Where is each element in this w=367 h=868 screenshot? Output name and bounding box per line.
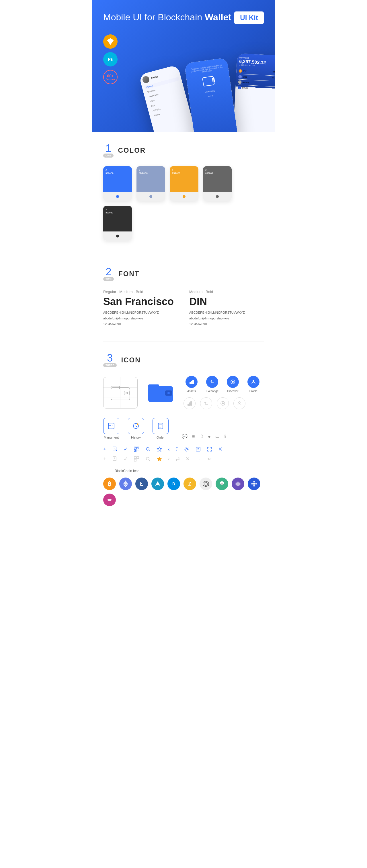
order-icon-item: Order — [152, 418, 169, 439]
hero-badges: Ps 60+ Screens — [103, 34, 117, 84]
font-right-numbers: 1234567890 — [189, 321, 264, 327]
info-icon: ℹ — [224, 434, 226, 439]
nav-icons-group: Assets Exchange Discover — [184, 376, 261, 409]
ethereum-icon — [119, 477, 132, 490]
wallet-filled — [143, 377, 178, 408]
sketch-badge — [103, 34, 117, 49]
bitcoin-icon: ₿ — [103, 477, 116, 490]
misc-icons: 💬 ≡ ☽ ● ▭ ℹ — [182, 434, 226, 439]
order-label: Order — [157, 436, 165, 439]
discover-label: Discover — [227, 390, 238, 393]
search-icon — [145, 446, 151, 452]
misc-icons-row1: 💬 ≡ ☽ ● ▭ ℹ — [182, 434, 226, 439]
svg-point-64 — [253, 485, 255, 487]
profile-label: Profile — [250, 390, 257, 393]
nav-icons-gray — [184, 397, 261, 409]
svg-rect-9 — [191, 381, 192, 384]
chat-icon: 💬 — [182, 434, 188, 439]
icon-title: ICON — [121, 356, 141, 364]
history-icon-item: History — [128, 418, 144, 439]
app-icons-row: Mangment History — [103, 418, 264, 439]
color-number: 1 ONE — [103, 143, 114, 158]
icon-number: 3 THREE — [103, 353, 117, 367]
wallet-icon-row: Assets Exchange Discover — [103, 376, 264, 409]
circle-icon: ● — [208, 434, 211, 439]
arrow-right-icon-gray: → — [196, 456, 201, 462]
steem-icon — [216, 477, 228, 490]
exchange-label: Exchange — [206, 390, 219, 393]
font-section-header: 2 TWO FONT — [103, 267, 264, 281]
arrows-icon-gray: ⇄ — [175, 456, 180, 462]
profile-icon-gray — [233, 397, 246, 409]
font-title: FONT — [118, 270, 139, 278]
svg-line-42 — [149, 450, 150, 451]
history-icon — [128, 418, 144, 434]
history-label: History — [131, 436, 141, 439]
svg-point-18 — [222, 402, 224, 404]
svg-rect-37 — [137, 447, 138, 448]
phone-right: myWallet 6,297,502.12 ▲ 123,456 +0.21% ₿… — [233, 53, 275, 132]
exchange-icon-item: Exchange — [204, 376, 220, 393]
layers-icon: ≡ — [192, 434, 195, 439]
svg-point-44 — [186, 448, 188, 450]
font-left-name: San Francisco — [103, 296, 178, 308]
font-left: Regular · Medium · Bold San Francisco AB… — [103, 290, 178, 327]
utility-icons-gray: + ✓ ‹ ⇄ ✕ → — [103, 456, 264, 462]
wallet-wireframe — [103, 377, 138, 408]
plus-icon: + — [103, 446, 106, 452]
svg-marker-55 — [157, 457, 162, 461]
svg-rect-38 — [135, 450, 136, 451]
search-icon-gray — [145, 456, 151, 462]
exchange-icon-gray — [200, 397, 212, 409]
icon-section: 3 THREE ICON — [103, 353, 264, 506]
font-right-style: Medium · Bold — [189, 290, 264, 294]
unknown-icon — [103, 494, 116, 506]
swatch-grayblue: #8DA0C8 — [137, 166, 165, 201]
crypto-icons-row: ₿ Ł D Z — [103, 477, 264, 506]
svg-rect-50 — [134, 457, 136, 459]
check-icon: ✓ — [123, 446, 128, 452]
qr-icon-gray — [134, 456, 139, 462]
assets-icon-item: Assets — [184, 376, 200, 393]
upload-icon — [195, 446, 201, 452]
swatch-gray: #666666 — [203, 166, 232, 201]
blockchain-label-text: BlockChain Icon — [115, 469, 140, 473]
color-swatches: #3574FA #8DA0C8 #F5A623 — [103, 166, 264, 241]
augur-icon — [232, 477, 244, 490]
phones-container: Profile Mainnet Message Real Collec Nigh… — [146, 55, 275, 132]
svg-point-66 — [255, 483, 257, 485]
x-icon-gray: ✕ — [186, 456, 190, 462]
svg-point-53 — [146, 457, 149, 460]
star-icon-active — [157, 456, 162, 462]
svg-line-54 — [149, 460, 150, 461]
star-icon — [157, 446, 162, 452]
assets-label: Assets — [187, 390, 196, 393]
doc-edit-icon — [112, 446, 118, 452]
font-grid: Regular · Medium · Bold San Francisco AB… — [103, 290, 264, 327]
settings-icon — [184, 446, 190, 452]
svg-rect-36 — [135, 447, 136, 448]
plus-icon-gray: + — [103, 456, 106, 462]
color-title: COLOR — [118, 146, 146, 154]
color-section: 1 ONE COLOR #3574FA #8DA0C8 — [103, 143, 264, 241]
assets-icon-gray — [184, 397, 196, 409]
svg-rect-52 — [134, 459, 136, 461]
svg-marker-60 — [204, 482, 207, 486]
qr-icon — [134, 446, 139, 452]
svg-marker-43 — [157, 447, 162, 452]
management-label: Mangment — [104, 436, 119, 439]
svg-point-25 — [137, 424, 139, 425]
font-left-uppercase: ABCDEFGHIJKLMNOPQRSTUVWXYZ — [103, 310, 178, 316]
discover-icon-gray — [217, 397, 229, 409]
settings-icon-gray — [206, 456, 212, 462]
font-number: 2 TWO — [103, 267, 114, 281]
svg-point-19 — [238, 402, 240, 403]
litecoin-icon: Ł — [135, 477, 148, 490]
moon-icon: ☽ — [199, 434, 203, 439]
discover-icon-item: Discover — [225, 376, 241, 393]
swatch-dark: #303030 — [103, 206, 132, 241]
check-icon-gray: ✓ — [123, 456, 128, 462]
doc-edit-icon-gray — [112, 456, 118, 462]
font-section: 2 TWO FONT Regular · Medium · Bold San F… — [103, 267, 264, 327]
svg-rect-14 — [188, 404, 189, 406]
